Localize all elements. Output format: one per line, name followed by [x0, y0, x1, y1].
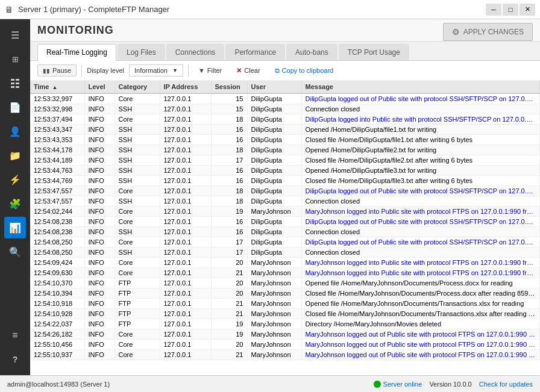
- tabs-bar: Real-Time Logging Log Files Connections …: [30, 42, 540, 61]
- server-status-label: Server online: [383, 381, 422, 388]
- log-container[interactable]: Time ▲ Level Category IP Address: [30, 81, 540, 375]
- sidebar-item-dashboard[interactable]: ⊞: [4, 48, 26, 70]
- sidebar-item-search[interactable]: 🔍: [4, 241, 26, 263]
- close-button[interactable]: ✕: [520, 4, 535, 16]
- table-row[interactable]: 12:53:47,557INFOCore127.0.0.118DilipGupt…: [30, 186, 540, 196]
- copy-to-clipboard-button[interactable]: ⧉ Copy to clipboard: [270, 65, 339, 76]
- tab-autobans[interactable]: Auto-bans: [286, 44, 338, 60]
- table-row[interactable]: 12:54:22,037INFOFTP127.0.0.119MaryJohnso…: [30, 319, 540, 329]
- sidebar-item-plugins[interactable]: 🧩: [4, 193, 26, 214]
- sidebar-bottom: ≡ ?: [4, 325, 26, 370]
- sidebar-item-folder[interactable]: 📁: [4, 145, 26, 166]
- sidebar-item-menu[interactable]: ☰: [4, 24, 26, 46]
- table-row[interactable]: 12:53:44,189INFOSSH127.0.0.117DilipGupta…: [30, 155, 540, 166]
- flash-icon: ⚡: [9, 174, 21, 185]
- admin-info: admin@localhost:14983 (Server 1): [7, 381, 110, 388]
- column-header-time[interactable]: Time ▲: [30, 81, 84, 93]
- filter-label: Filter: [207, 67, 222, 74]
- sidebar: ☰ ⊞ 📄 👤 📁 ⚡ 🧩: [0, 19, 30, 375]
- table-row[interactable]: 12:53:47,557INFOSSH127.0.0.118DilipGupta…: [30, 196, 540, 207]
- table-row[interactable]: 12:54:02,244INFOCore127.0.0.119MaryJohns…: [30, 207, 540, 217]
- table-row[interactable]: 12:53:43,347INFOSSH127.0.0.116DilipGupta…: [30, 125, 540, 135]
- table-row[interactable]: 12:54:08,250INFOSSH127.0.0.117DilipGupta…: [30, 247, 540, 258]
- column-header-message[interactable]: Message: [301, 81, 540, 93]
- log-table-body: 12:53:32,997INFOCore127.0.0.115DilipGupt…: [30, 93, 540, 360]
- table-row[interactable]: 12:54:08,238INFOSSH127.0.0.116DilipGupta…: [30, 227, 540, 237]
- online-dot-icon: [374, 381, 381, 388]
- table-row[interactable]: 12:53:32,998INFOSSH127.0.0.115DilipGupta…: [30, 104, 540, 114]
- table-row[interactable]: 12:54:08,250INFOCore127.0.0.117DilipGupt…: [30, 237, 540, 247]
- table-row[interactable]: 12:53:44,769INFOSSH127.0.0.116DilipGupta…: [30, 176, 540, 186]
- tab-logfiles[interactable]: Log Files: [118, 44, 165, 60]
- table-row[interactable]: 12:53:37,494INFOCore127.0.0.118DilipGupt…: [30, 114, 540, 125]
- title-bar: 🖥 Server 1 (primary) - CompleteFTP Manag…: [0, 0, 540, 19]
- check-updates-link[interactable]: Check for updates: [479, 381, 533, 388]
- pause-button[interactable]: ▮▮ Pause: [37, 64, 77, 76]
- column-header-category[interactable]: Category: [115, 81, 160, 93]
- menu-icon: ☰: [11, 30, 19, 41]
- sidebar-item-user[interactable]: 👤: [4, 120, 26, 142]
- pause-label: Pause: [52, 67, 71, 74]
- sidebar-item-tree[interactable]: [4, 72, 26, 94]
- version-label: Version 10.0.0: [429, 381, 471, 388]
- toolbar-separator-1: [81, 64, 82, 76]
- tab-performance[interactable]: Performance: [225, 44, 285, 60]
- sidebar-item-monitor[interactable]: 📊: [4, 217, 26, 238]
- table-row[interactable]: 12:54:10,928INFOFTP127.0.0.121MaryJohnso…: [30, 309, 540, 319]
- help-icon: ?: [13, 355, 18, 364]
- sidebar-item-files[interactable]: 📄: [4, 96, 26, 118]
- sidebar-item-list[interactable]: ≡: [4, 325, 26, 346]
- filter-icon: ▼: [198, 67, 205, 74]
- svg-rect-4: [11, 86, 14, 88]
- svg-rect-0: [11, 79, 14, 81]
- table-row[interactable]: 12:53:43,353INFOSSH127.0.0.116DilipGupta…: [30, 135, 540, 145]
- table-row[interactable]: 12:54:26,182INFOCore127.0.0.119MaryJohns…: [30, 329, 540, 340]
- tree-icon: [10, 77, 20, 89]
- table-row[interactable]: 12:55:10,456INFOCore127.0.0.120MaryJohns…: [30, 340, 540, 350]
- apply-changes-label: APPLY CHANGES: [463, 28, 524, 36]
- list-icon: ≡: [12, 330, 17, 341]
- table-row[interactable]: 12:54:10,918INFOFTP127.0.0.121MaryJohnso…: [30, 299, 540, 309]
- table-row[interactable]: 12:54:10,394INFOFTP127.0.0.120MaryJohnso…: [30, 288, 540, 299]
- tab-realtime[interactable]: Real-Time Logging: [37, 44, 116, 61]
- sidebar-item-help[interactable]: ?: [4, 349, 26, 370]
- table-row[interactable]: 12:55:10,937INFOCore127.0.0.121MaryJohns…: [30, 350, 540, 360]
- sidebar-item-flash[interactable]: ⚡: [4, 169, 26, 190]
- chevron-down-icon: ▼: [172, 67, 178, 73]
- table-row[interactable]: 12:53:32,997INFOCore127.0.0.115DilipGupt…: [30, 93, 540, 104]
- column-header-level[interactable]: Level: [84, 81, 115, 93]
- files-icon: 📄: [9, 102, 21, 113]
- copy-icon: ⧉: [275, 67, 280, 75]
- title-bar-text: Server 1 (primary) - CompleteFTP Manager: [18, 5, 169, 14]
- title-bar-left: 🖥 Server 1 (primary) - CompleteFTP Manag…: [5, 5, 169, 14]
- copy-label: Copy to clipboard: [282, 67, 334, 74]
- display-level-value: Information: [134, 67, 168, 74]
- filter-button[interactable]: ▼ Filter: [193, 65, 227, 76]
- log-table: Time ▲ Level Category IP Address: [30, 81, 540, 360]
- status-bar: admin@localhost:14983 (Server 1) Server …: [0, 375, 540, 392]
- server-online-indicator[interactable]: Server online: [374, 381, 422, 388]
- maximize-button[interactable]: □: [503, 4, 518, 16]
- svg-rect-3: [16, 82, 19, 84]
- monitor-icon: 📊: [9, 222, 21, 234]
- column-header-user[interactable]: User: [247, 81, 301, 93]
- tab-tcpport[interactable]: TCP Port Usage: [339, 44, 409, 60]
- sort-icon-time: ▲: [52, 84, 58, 90]
- table-row[interactable]: 12:54:09,630INFOCore127.0.0.121MaryJohns…: [30, 268, 540, 278]
- column-header-ip[interactable]: IP Address: [160, 81, 211, 93]
- content-area: MONITORING ⚙ APPLY CHANGES Real-Time Log…: [30, 19, 540, 375]
- user-icon: 👤: [9, 126, 21, 137]
- table-row[interactable]: 12:54:08,238INFOCore127.0.0.116DilipGupt…: [30, 217, 540, 227]
- clear-button[interactable]: ✕ Clear: [231, 65, 265, 76]
- table-row[interactable]: 12:54:10,370INFOFTP127.0.0.120MaryJohnso…: [30, 278, 540, 288]
- svg-rect-1: [16, 79, 19, 81]
- apply-changes-button[interactable]: ⚙ APPLY CHANGES: [443, 23, 533, 41]
- table-row[interactable]: 12:53:44,763INFOSSH127.0.0.116DilipGupta…: [30, 166, 540, 176]
- column-header-session[interactable]: Session: [211, 81, 247, 93]
- table-row[interactable]: 12:54:09,424INFOCore127.0.0.120MaryJohns…: [30, 258, 540, 268]
- tab-connections[interactable]: Connections: [166, 44, 225, 60]
- table-row[interactable]: 12:53:44,178INFOSSH127.0.0.118DilipGupta…: [30, 145, 540, 155]
- toolbar-separator-2: [188, 64, 189, 76]
- display-level-dropdown[interactable]: Information ▼: [129, 64, 183, 76]
- minimize-button[interactable]: ─: [486, 4, 501, 16]
